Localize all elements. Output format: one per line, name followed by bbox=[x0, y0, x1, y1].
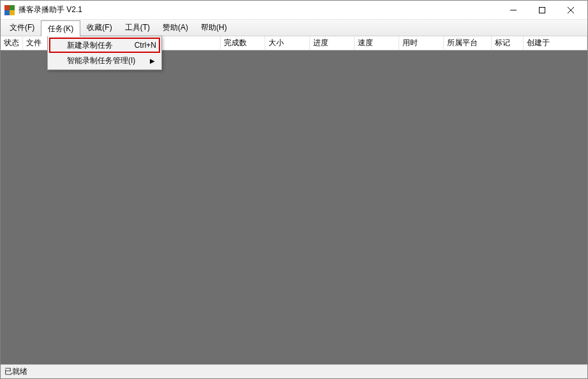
menu-item-label: 智能录制任务管理(I) bbox=[67, 55, 156, 66]
col-platform[interactable]: 所属平台 bbox=[444, 36, 492, 50]
window-title: 播客录播助手 V2.1 bbox=[18, 4, 499, 15]
status-text: 已就绪 bbox=[4, 366, 27, 377]
menu-new-record-task[interactable]: 新建录制任务 Ctrl+N bbox=[49, 38, 160, 53]
app-icon bbox=[4, 5, 15, 15]
svg-rect-1 bbox=[10, 5, 15, 10]
svg-rect-3 bbox=[10, 10, 15, 15]
chevron-right-icon: ▶ bbox=[150, 57, 155, 64]
col-progress[interactable]: 进度 bbox=[310, 36, 355, 50]
col-mark[interactable]: 标记 bbox=[492, 36, 524, 50]
col-done[interactable]: 完成数 bbox=[221, 36, 265, 50]
col-created[interactable]: 创建于 bbox=[524, 36, 587, 50]
col-size[interactable]: 大小 bbox=[265, 36, 310, 50]
maximize-button[interactable] bbox=[527, 1, 556, 19]
menubar: 文件(F) 任务(K) 收藏(F) 工具(T) 赞助(A) 帮助(H) bbox=[1, 20, 587, 36]
menu-item-accel: Ctrl+N bbox=[135, 41, 156, 50]
menu-favorite[interactable]: 收藏(F) bbox=[80, 20, 118, 36]
menu-help[interactable]: 帮助(H) bbox=[195, 20, 233, 36]
col-elapsed[interactable]: 用时 bbox=[399, 36, 444, 50]
task-dropdown: 新建录制任务 Ctrl+N 智能录制任务管理(I) ▶ bbox=[47, 36, 162, 70]
col-status[interactable]: 状态 bbox=[1, 36, 23, 50]
menu-task[interactable]: 任务(K) bbox=[41, 20, 80, 36]
menu-file[interactable]: 文件(F) bbox=[3, 20, 41, 36]
col-speed[interactable]: 速度 bbox=[355, 36, 399, 50]
content-area bbox=[1, 50, 587, 364]
svg-rect-0 bbox=[4, 5, 10, 10]
menu-sponsor[interactable]: 赞助(A) bbox=[156, 20, 195, 36]
menu-smart-record-mgmt[interactable]: 智能录制任务管理(I) ▶ bbox=[49, 53, 160, 68]
window-controls bbox=[499, 1, 585, 19]
minimize-button[interactable] bbox=[499, 1, 527, 19]
titlebar: 播客录播助手 V2.1 bbox=[1, 1, 587, 20]
svg-rect-5 bbox=[539, 7, 545, 13]
statusbar: 已就绪 bbox=[1, 364, 587, 378]
menu-tools[interactable]: 工具(T) bbox=[119, 20, 156, 36]
menu-item-label: 新建录制任务 bbox=[67, 40, 128, 51]
svg-rect-2 bbox=[4, 10, 10, 15]
close-button[interactable] bbox=[556, 1, 585, 19]
